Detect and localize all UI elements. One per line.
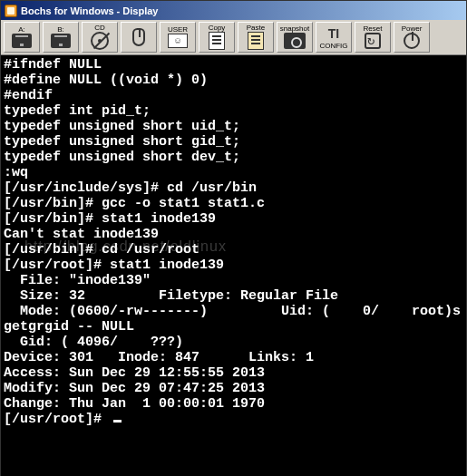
terminal-line: typedef unsigned short uid_t; [4, 119, 463, 134]
user-button[interactable]: USER [160, 22, 196, 53]
camera-icon [284, 33, 306, 49]
terminal-line: :wq [4, 165, 463, 180]
user-icon [168, 34, 188, 48]
snapshot-label: snapshot [280, 25, 309, 33]
drive-b-label: B: [57, 26, 64, 34]
drive-b-button[interactable]: B: [43, 22, 79, 53]
terminal-line: [/usr/root]# [4, 412, 463, 427]
copy-button[interactable]: Copy [199, 22, 235, 53]
terminal-line: [/usr/bin]# stat1 inode139 [4, 211, 463, 227]
copy-icon [209, 32, 225, 50]
reset-icon [365, 33, 381, 49]
terminal-line: #ifndef NULL [4, 57, 463, 73]
floppy-icon [12, 34, 32, 48]
reset-button[interactable]: Reset [355, 22, 391, 53]
terminal-line: Can't stat inode139 [4, 227, 463, 242]
paste-button[interactable]: Paste [238, 22, 274, 53]
config-label: CONFIG [319, 43, 347, 50]
drive-cd-label: CD [94, 24, 105, 32]
terminal[interactable]: http://blog.csdn.net/oldlinux #ifndef NU… [1, 55, 466, 476]
config-icon: TI [326, 24, 342, 43]
terminal-line: File: "inode139" [4, 273, 463, 288]
toolbar: A: B: CD USER Copy Paste snapshot [1, 20, 466, 55]
reset-label: Reset [364, 25, 383, 33]
titlebar[interactable]: Bochs for Windows - Display [1, 1, 466, 20]
paste-icon [248, 32, 264, 50]
terminal-line: typedef int pid_t; [4, 103, 463, 119]
terminal-line: getgrgid -- NULL [4, 319, 463, 335]
drive-a-button[interactable]: A: [4, 22, 40, 53]
copy-label: Copy [209, 24, 226, 32]
terminal-line: [/usr/include/sys]# cd /usr/bin [4, 180, 463, 196]
terminal-line: Change: Thu Jan 1 00:00:01 1970 [4, 396, 463, 412]
paste-label: Paste [247, 24, 265, 32]
terminal-line: #define NULL ((void *) 0) [4, 73, 463, 88]
app-icon [5, 5, 17, 17]
user-label: USER [168, 26, 188, 34]
app-window: Bochs for Windows - Display A: B: CD USE… [0, 0, 467, 476]
drive-cd-button[interactable]: CD [82, 22, 118, 53]
power-button[interactable]: Power [394, 22, 430, 53]
terminal-line: typedef unsigned short gid_t; [4, 134, 463, 150]
snapshot-button[interactable]: snapshot [277, 22, 313, 53]
drive-a-label: A: [18, 26, 25, 34]
terminal-line: #endif [4, 88, 463, 103]
power-icon [404, 33, 420, 49]
terminal-line: Device: 301 Inode: 847 Links: 1 [4, 350, 463, 365]
floppy-icon [51, 34, 71, 48]
terminal-line: [/usr/bin]# gcc -o stat1 stat1.c [4, 196, 463, 211]
terminal-line: Access: Sun Dec 29 12:55:55 2013 [4, 365, 463, 381]
terminal-line: Mode: (0600/-rw-------) Uid: ( 0/ root)s [4, 304, 463, 319]
terminal-line: [/usr/root]# stat1 inode139 [4, 257, 463, 273]
terminal-line: [/usr/bin]# cd /usr/root [4, 242, 463, 257]
mouse-icon [132, 28, 145, 46]
terminal-line: typedef unsigned short dev_t; [4, 150, 463, 165]
terminal-line: Gid: ( 4096/ ???) [4, 335, 463, 350]
config-button[interactable]: TI CONFIG [316, 22, 352, 53]
terminal-line: Modify: Sun Dec 29 07:47:25 2013 [4, 381, 463, 396]
window-title: Bochs for Windows - Display [21, 5, 158, 16]
cd-icon [91, 32, 109, 50]
cursor [113, 420, 122, 423]
terminal-line: Size: 32 Filetype: Regular File [4, 288, 463, 304]
mouse-button[interactable] [121, 22, 157, 53]
